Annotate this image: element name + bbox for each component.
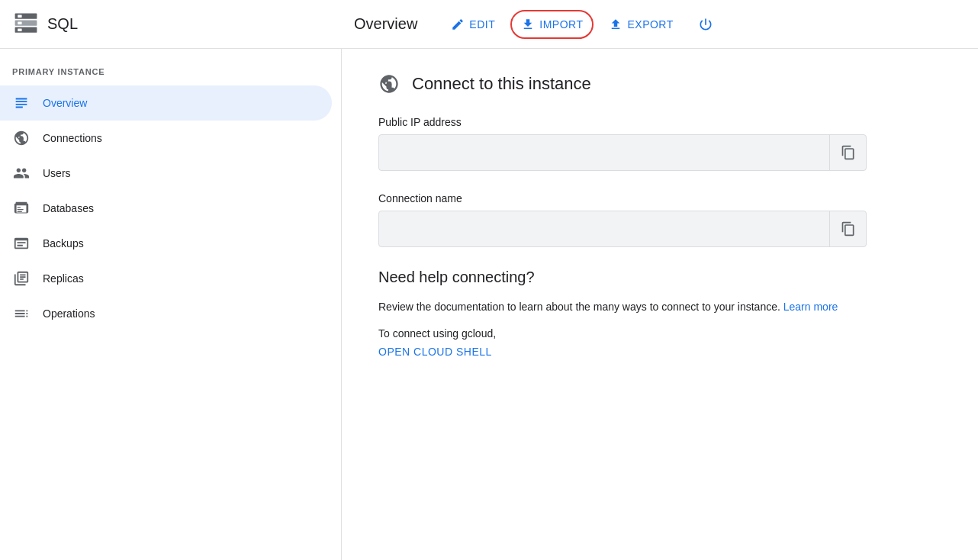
connect-section-icon bbox=[378, 73, 400, 95]
edit-label: EDIT bbox=[469, 18, 495, 31]
copy-icon bbox=[841, 145, 856, 160]
sidebar-item-replicas[interactable]: Replicas bbox=[0, 261, 332, 296]
connection-name-input[interactable] bbox=[379, 223, 829, 235]
connection-name-label: Connection name bbox=[378, 192, 941, 204]
logo-title: SQL bbox=[47, 15, 78, 33]
sidebar-section-label: PRIMARY INSTANCE bbox=[0, 67, 341, 85]
public-ip-field-group: Public IP address bbox=[378, 116, 941, 171]
svg-rect-9 bbox=[18, 211, 22, 212]
svg-rect-8 bbox=[18, 209, 24, 210]
connect-using-text: To connect using gcloud, bbox=[378, 327, 941, 340]
svg-rect-5 bbox=[18, 28, 21, 31]
svg-rect-7 bbox=[18, 207, 21, 208]
help-text: Review the documentation to learn about … bbox=[378, 298, 851, 315]
sidebar-item-users[interactable]: Users bbox=[0, 156, 332, 191]
sidebar-item-replicas-label: Replicas bbox=[43, 272, 84, 285]
header-nav: Overview EDIT IMPORT EXPORT bbox=[354, 10, 966, 39]
svg-rect-4 bbox=[18, 21, 21, 24]
nav-page-title: Overview bbox=[354, 15, 417, 33]
sidebar-item-backups-label: Backups bbox=[43, 237, 84, 249]
help-description: Review the documentation to learn about … bbox=[378, 301, 780, 313]
connection-name-input-wrapper bbox=[378, 211, 867, 247]
public-ip-input-wrapper bbox=[378, 134, 867, 171]
public-ip-input[interactable] bbox=[379, 146, 829, 159]
top-header: SQL Overview EDIT IMPORT EXPORT bbox=[0, 0, 978, 49]
svg-rect-3 bbox=[18, 14, 21, 18]
export-label: EXPORT bbox=[627, 18, 673, 31]
sidebar-item-overview[interactable]: Overview bbox=[0, 85, 332, 121]
sidebar-item-databases-label: Databases bbox=[43, 202, 94, 214]
sidebar: PRIMARY INSTANCE Overview Connections bbox=[0, 49, 342, 560]
sql-logo-icon bbox=[12, 11, 40, 38]
import-label: IMPORT bbox=[539, 18, 583, 31]
power-icon bbox=[698, 17, 713, 32]
import-button[interactable]: IMPORT bbox=[510, 10, 594, 39]
export-icon bbox=[609, 18, 623, 31]
sidebar-item-connections-label: Connections bbox=[43, 132, 102, 144]
sidebar-item-operations-label: Operations bbox=[43, 307, 95, 320]
export-button[interactable]: EXPORT bbox=[600, 11, 682, 37]
import-icon bbox=[521, 18, 535, 31]
help-title: Need help connecting? bbox=[378, 269, 941, 286]
sidebar-item-databases[interactable]: Databases bbox=[0, 191, 332, 226]
sidebar-item-connections[interactable]: Connections bbox=[0, 121, 332, 156]
learn-more-link[interactable]: Learn more bbox=[783, 301, 838, 313]
sidebar-item-backups[interactable]: Backups bbox=[0, 226, 332, 261]
copy-icon bbox=[841, 221, 856, 237]
open-cloud-shell-link[interactable]: OPEN CLOUD SHELL bbox=[378, 346, 492, 358]
databases-icon bbox=[12, 200, 31, 217]
connection-name-field-group: Connection name bbox=[378, 192, 941, 247]
connection-name-copy-button[interactable] bbox=[829, 211, 866, 246]
public-ip-label: Public IP address bbox=[378, 116, 941, 128]
main-layout: PRIMARY INSTANCE Overview Connections bbox=[0, 49, 978, 560]
power-button[interactable] bbox=[689, 11, 722, 38]
users-icon bbox=[12, 165, 31, 182]
sidebar-item-operations[interactable]: Operations bbox=[0, 296, 332, 331]
replicas-icon bbox=[12, 270, 31, 287]
edit-button[interactable]: EDIT bbox=[442, 11, 504, 37]
logo-area: SQL bbox=[12, 11, 354, 38]
overview-icon bbox=[12, 95, 31, 111]
backups-icon bbox=[12, 235, 31, 252]
section-title: Connect to this instance bbox=[412, 74, 591, 94]
content-area: Connect to this instance Public IP addre… bbox=[342, 49, 978, 560]
public-ip-copy-button[interactable] bbox=[829, 135, 866, 170]
connections-icon bbox=[12, 130, 31, 146]
edit-icon bbox=[451, 18, 465, 31]
sidebar-item-users-label: Users bbox=[43, 167, 71, 179]
sidebar-item-overview-label: Overview bbox=[43, 97, 87, 109]
operations-icon bbox=[12, 305, 31, 322]
help-section: Need help connecting? Review the documen… bbox=[378, 269, 941, 358]
section-header: Connect to this instance bbox=[378, 73, 941, 95]
